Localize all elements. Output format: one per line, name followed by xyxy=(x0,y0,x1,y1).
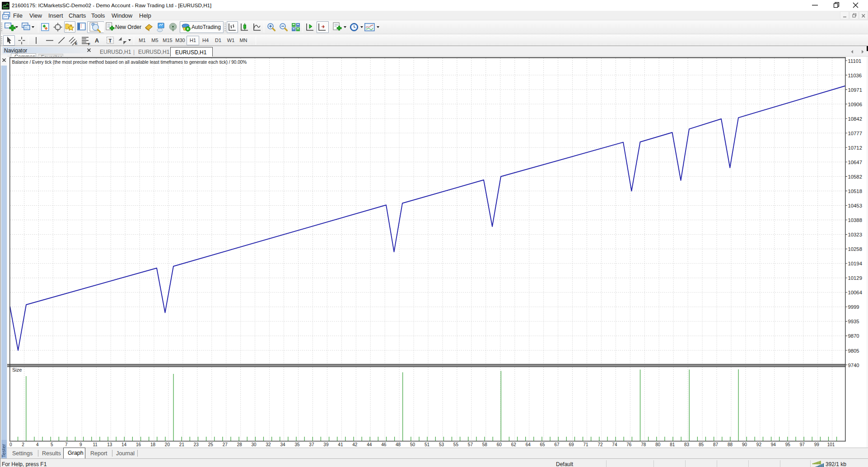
svg-text:80: 80 xyxy=(655,442,661,447)
svg-text:35: 35 xyxy=(294,442,300,447)
svg-text:10582: 10582 xyxy=(848,174,862,179)
svg-text:9740: 9740 xyxy=(848,363,859,368)
svg-text:10453: 10453 xyxy=(848,203,862,208)
svg-text:9870: 9870 xyxy=(848,333,859,339)
svg-text:90: 90 xyxy=(742,442,747,447)
svg-text:10906: 10906 xyxy=(848,102,862,107)
svg-text:74: 74 xyxy=(612,442,617,447)
svg-text:30: 30 xyxy=(252,442,257,447)
svg-text:60: 60 xyxy=(497,442,502,447)
svg-text:21: 21 xyxy=(179,442,185,447)
svg-text:99: 99 xyxy=(814,442,820,447)
svg-text:10712: 10712 xyxy=(848,145,862,151)
svg-text:94: 94 xyxy=(771,442,776,447)
svg-text:58: 58 xyxy=(482,442,488,447)
svg-text:11036: 11036 xyxy=(848,73,862,78)
svg-text:51: 51 xyxy=(425,442,430,447)
svg-text:9999: 9999 xyxy=(848,304,859,310)
svg-text:44: 44 xyxy=(367,442,372,447)
svg-text:71: 71 xyxy=(583,442,588,447)
svg-text:85: 85 xyxy=(699,442,704,447)
svg-text:53: 53 xyxy=(439,442,444,447)
svg-text:F: F xyxy=(88,42,90,46)
svg-text:83: 83 xyxy=(684,442,690,447)
svg-text:101: 101 xyxy=(827,442,835,447)
svg-text:87: 87 xyxy=(713,442,719,447)
svg-text:Tester: Tester xyxy=(1,444,6,458)
svg-text:18: 18 xyxy=(150,442,156,447)
svg-text:42: 42 xyxy=(352,442,358,447)
svg-text:E: E xyxy=(75,42,78,46)
svg-text:11101: 11101 xyxy=(848,58,862,64)
svg-text:41: 41 xyxy=(338,442,343,447)
svg-text:76: 76 xyxy=(626,442,632,447)
svg-text:69: 69 xyxy=(569,442,574,447)
svg-text:37: 37 xyxy=(309,442,314,447)
svg-text:50: 50 xyxy=(410,442,415,447)
svg-text:81: 81 xyxy=(670,442,675,447)
svg-text:10647: 10647 xyxy=(848,160,862,165)
svg-text:64: 64 xyxy=(526,442,531,447)
svg-text:7: 7 xyxy=(65,442,68,447)
svg-text:13: 13 xyxy=(107,442,112,447)
svg-text:10194: 10194 xyxy=(848,261,862,266)
svg-text:2: 2 xyxy=(22,442,24,447)
svg-text:39: 39 xyxy=(323,442,329,447)
svg-text:10388: 10388 xyxy=(848,217,862,223)
svg-text:88: 88 xyxy=(728,442,733,447)
svg-text:11: 11 xyxy=(93,442,98,447)
svg-text:46: 46 xyxy=(381,442,387,447)
svg-text:48: 48 xyxy=(396,442,401,447)
svg-text:25: 25 xyxy=(208,442,214,447)
svg-text:78: 78 xyxy=(641,442,646,447)
svg-text:34: 34 xyxy=(280,442,285,447)
svg-text:72: 72 xyxy=(597,442,603,447)
svg-text:97: 97 xyxy=(800,442,805,447)
svg-text:57: 57 xyxy=(468,442,473,447)
svg-text:95: 95 xyxy=(785,442,791,447)
svg-text:92: 92 xyxy=(756,442,762,447)
svg-text:10064: 10064 xyxy=(848,290,862,295)
svg-text:23: 23 xyxy=(194,442,199,447)
svg-text:Balance / Every tick (the most: Balance / Every tick (the most precise m… xyxy=(12,60,247,65)
svg-text:Size: Size xyxy=(12,367,22,373)
svg-text:55: 55 xyxy=(453,442,459,447)
svg-text:10258: 10258 xyxy=(848,246,862,252)
svg-text:27: 27 xyxy=(223,442,228,447)
svg-text:9935: 9935 xyxy=(848,319,859,324)
svg-text:65: 65 xyxy=(540,442,546,447)
svg-text:67: 67 xyxy=(555,442,560,447)
svg-text:14: 14 xyxy=(121,442,127,447)
svg-text:28: 28 xyxy=(237,442,243,447)
svg-text:10129: 10129 xyxy=(848,275,862,281)
svg-text:0: 0 xyxy=(9,442,12,447)
svg-text:10518: 10518 xyxy=(848,189,862,194)
svg-text:10323: 10323 xyxy=(848,232,862,237)
svg-text:5: 5 xyxy=(51,442,53,447)
svg-text:20: 20 xyxy=(165,442,170,447)
svg-text:4: 4 xyxy=(36,442,39,447)
svg-text:32: 32 xyxy=(266,442,271,447)
svg-text:10971: 10971 xyxy=(848,87,862,93)
svg-text:9: 9 xyxy=(79,442,82,447)
svg-text:10777: 10777 xyxy=(848,131,862,136)
svg-text:62: 62 xyxy=(511,442,517,447)
svg-text:9805: 9805 xyxy=(848,348,859,354)
svg-text:10842: 10842 xyxy=(848,116,862,122)
svg-text:T: T xyxy=(109,38,112,43)
svg-text:16: 16 xyxy=(136,442,141,447)
